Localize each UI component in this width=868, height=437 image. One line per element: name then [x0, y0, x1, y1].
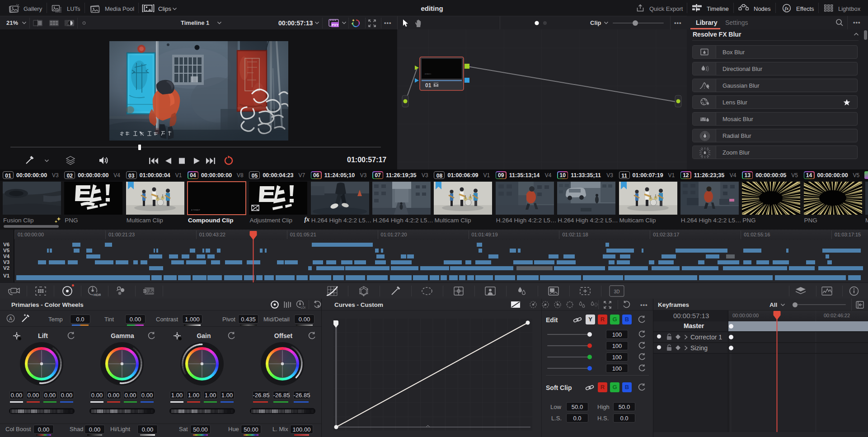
svg-text:A: A: [9, 316, 12, 321]
svg-text:LOG: LOG: [301, 306, 306, 309]
svg-text:A MAGIC: A MAGIC: [425, 73, 432, 75]
svg-text:01: 01: [425, 82, 432, 89]
svg-text:HDR: HDR: [94, 293, 101, 297]
svg-text:3D: 3D: [614, 289, 620, 294]
svg-text:fx: fx: [785, 6, 789, 11]
svg-text:A THHADF: A THHADF: [191, 209, 200, 211]
svg-text:PXY: PXY: [332, 23, 338, 27]
